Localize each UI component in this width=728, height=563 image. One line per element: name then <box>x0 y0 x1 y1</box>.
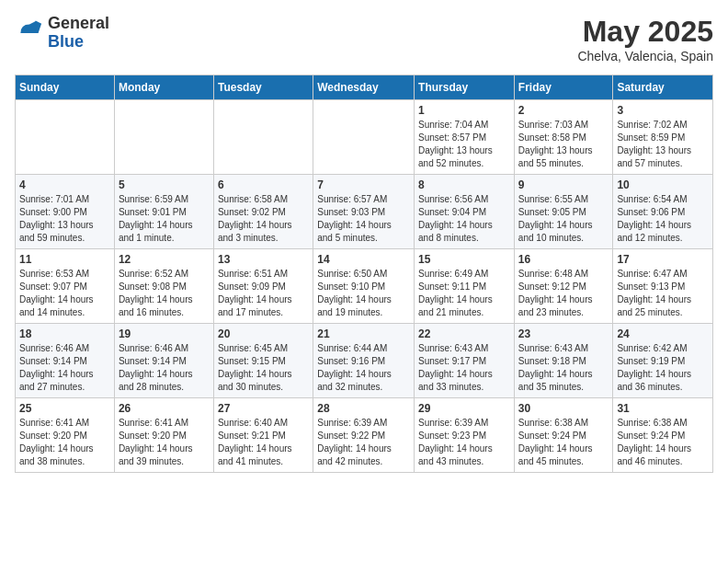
location: Chelva, Valencia, Spain <box>577 49 713 63</box>
calendar-cell: 13Sunrise: 6:51 AM Sunset: 9:09 PM Dayli… <box>213 249 313 324</box>
day-info: Sunrise: 6:39 AM Sunset: 9:22 PM Dayligh… <box>317 417 410 468</box>
day-number: 30 <box>518 402 609 415</box>
calendar-cell: 8Sunrise: 6:56 AM Sunset: 9:04 PM Daylig… <box>415 175 515 249</box>
day-info: Sunrise: 6:47 AM Sunset: 9:13 PM Dayligh… <box>617 268 709 319</box>
calendar-cell: 19Sunrise: 6:46 AM Sunset: 9:14 PM Dayli… <box>114 324 213 398</box>
day-number: 14 <box>317 253 410 266</box>
day-info: Sunrise: 6:48 AM Sunset: 9:12 PM Dayligh… <box>518 268 609 319</box>
day-number: 24 <box>617 327 709 340</box>
page-header: General Blue May 2025 Chelva, Valencia, … <box>15 15 713 63</box>
calendar-cell: 7Sunrise: 6:57 AM Sunset: 9:03 PM Daylig… <box>313 175 415 249</box>
day-number: 11 <box>19 253 110 266</box>
month-title: May 2025 <box>577 15 713 49</box>
day-info: Sunrise: 6:46 AM Sunset: 9:14 PM Dayligh… <box>119 342 210 394</box>
day-number: 12 <box>119 253 210 266</box>
day-number: 6 <box>218 178 309 191</box>
calendar-cell <box>16 100 115 175</box>
weekday-header-wednesday: Wednesday <box>313 75 415 100</box>
day-info: Sunrise: 7:03 AM Sunset: 8:58 PM Dayligh… <box>518 119 609 170</box>
day-info: Sunrise: 6:50 AM Sunset: 9:10 PM Dayligh… <box>317 268 410 319</box>
day-info: Sunrise: 6:40 AM Sunset: 9:21 PM Dayligh… <box>218 417 309 468</box>
day-number: 4 <box>19 178 110 191</box>
logo: General Blue <box>15 15 109 52</box>
day-number: 10 <box>617 178 709 191</box>
calendar-week-row: 25Sunrise: 6:41 AM Sunset: 9:20 PM Dayli… <box>16 398 713 473</box>
day-info: Sunrise: 6:55 AM Sunset: 9:05 PM Dayligh… <box>518 193 609 245</box>
title-block: May 2025 Chelva, Valencia, Spain <box>577 15 713 63</box>
calendar-cell <box>313 100 415 175</box>
day-number: 13 <box>218 253 309 266</box>
weekday-header-row: SundayMondayTuesdayWednesdayThursdayFrid… <box>16 75 713 100</box>
calendar-cell: 22Sunrise: 6:43 AM Sunset: 9:17 PM Dayli… <box>415 324 515 398</box>
calendar-cell: 1Sunrise: 7:04 AM Sunset: 8:57 PM Daylig… <box>415 100 515 175</box>
calendar-cell: 25Sunrise: 6:41 AM Sunset: 9:20 PM Dayli… <box>16 398 115 473</box>
day-number: 16 <box>518 253 609 266</box>
day-number: 3 <box>617 104 709 117</box>
day-number: 8 <box>418 178 510 191</box>
day-number: 26 <box>119 402 210 415</box>
day-info: Sunrise: 6:58 AM Sunset: 9:02 PM Dayligh… <box>218 193 309 245</box>
day-info: Sunrise: 6:59 AM Sunset: 9:01 PM Dayligh… <box>119 193 210 245</box>
day-info: Sunrise: 6:49 AM Sunset: 9:11 PM Dayligh… <box>418 268 510 319</box>
calendar-cell: 28Sunrise: 6:39 AM Sunset: 9:22 PM Dayli… <box>313 398 415 473</box>
logo-blue-text: Blue <box>48 33 109 52</box>
calendar-cell: 30Sunrise: 6:38 AM Sunset: 9:24 PM Dayli… <box>514 398 613 473</box>
day-info: Sunrise: 6:56 AM Sunset: 9:04 PM Dayligh… <box>418 193 510 245</box>
calendar-cell: 24Sunrise: 6:42 AM Sunset: 9:19 PM Dayli… <box>613 324 713 398</box>
calendar-cell: 11Sunrise: 6:53 AM Sunset: 9:07 PM Dayli… <box>16 249 115 324</box>
calendar-cell: 14Sunrise: 6:50 AM Sunset: 9:10 PM Dayli… <box>313 249 415 324</box>
calendar-cell: 16Sunrise: 6:48 AM Sunset: 9:12 PM Dayli… <box>514 249 613 324</box>
day-info: Sunrise: 6:45 AM Sunset: 9:15 PM Dayligh… <box>218 342 309 394</box>
day-number: 21 <box>317 327 410 340</box>
weekday-header-sunday: Sunday <box>16 75 115 100</box>
day-info: Sunrise: 6:53 AM Sunset: 9:07 PM Dayligh… <box>19 268 110 319</box>
day-number: 20 <box>218 327 309 340</box>
day-info: Sunrise: 6:38 AM Sunset: 9:24 PM Dayligh… <box>518 417 609 468</box>
day-number: 25 <box>19 402 110 415</box>
day-info: Sunrise: 6:46 AM Sunset: 9:14 PM Dayligh… <box>19 342 110 394</box>
calendar-cell <box>114 100 213 175</box>
day-info: Sunrise: 6:52 AM Sunset: 9:08 PM Dayligh… <box>119 268 210 319</box>
day-number: 31 <box>617 402 709 415</box>
day-number: 15 <box>418 253 510 266</box>
day-number: 22 <box>418 327 510 340</box>
calendar-cell: 10Sunrise: 6:54 AM Sunset: 9:06 PM Dayli… <box>613 175 713 249</box>
calendar-cell: 18Sunrise: 6:46 AM Sunset: 9:14 PM Dayli… <box>16 324 115 398</box>
calendar-cell: 27Sunrise: 6:40 AM Sunset: 9:21 PM Dayli… <box>213 398 313 473</box>
day-number: 18 <box>19 327 110 340</box>
calendar-cell: 9Sunrise: 6:55 AM Sunset: 9:05 PM Daylig… <box>514 175 613 249</box>
day-info: Sunrise: 6:51 AM Sunset: 9:09 PM Dayligh… <box>218 268 309 319</box>
calendar-cell: 3Sunrise: 7:02 AM Sunset: 8:59 PM Daylig… <box>613 100 713 175</box>
calendar-cell: 2Sunrise: 7:03 AM Sunset: 8:58 PM Daylig… <box>514 100 613 175</box>
day-info: Sunrise: 6:42 AM Sunset: 9:19 PM Dayligh… <box>617 342 709 394</box>
logo-icon <box>15 18 44 48</box>
weekday-header-thursday: Thursday <box>415 75 515 100</box>
calendar-cell: 4Sunrise: 7:01 AM Sunset: 9:00 PM Daylig… <box>16 175 115 249</box>
calendar-cell: 15Sunrise: 6:49 AM Sunset: 9:11 PM Dayli… <box>415 249 515 324</box>
day-number: 7 <box>317 178 410 191</box>
weekday-header-saturday: Saturday <box>613 75 713 100</box>
day-info: Sunrise: 7:01 AM Sunset: 9:00 PM Dayligh… <box>19 193 110 245</box>
weekday-header-tuesday: Tuesday <box>213 75 313 100</box>
day-info: Sunrise: 6:43 AM Sunset: 9:17 PM Dayligh… <box>418 342 510 394</box>
calendar-cell: 5Sunrise: 6:59 AM Sunset: 9:01 PM Daylig… <box>114 175 213 249</box>
day-info: Sunrise: 6:43 AM Sunset: 9:18 PM Dayligh… <box>518 342 609 394</box>
day-info: Sunrise: 6:41 AM Sunset: 9:20 PM Dayligh… <box>19 417 110 468</box>
day-number: 2 <box>518 104 609 117</box>
calendar-cell: 26Sunrise: 6:41 AM Sunset: 9:20 PM Dayli… <box>114 398 213 473</box>
day-number: 27 <box>218 402 309 415</box>
calendar-cell: 12Sunrise: 6:52 AM Sunset: 9:08 PM Dayli… <box>114 249 213 324</box>
logo-general-text: General <box>48 15 109 33</box>
day-info: Sunrise: 6:44 AM Sunset: 9:16 PM Dayligh… <box>317 342 410 394</box>
calendar-week-row: 18Sunrise: 6:46 AM Sunset: 9:14 PM Dayli… <box>16 324 713 398</box>
calendar-cell: 21Sunrise: 6:44 AM Sunset: 9:16 PM Dayli… <box>313 324 415 398</box>
day-info: Sunrise: 6:38 AM Sunset: 9:24 PM Dayligh… <box>617 417 709 468</box>
day-number: 9 <box>518 178 609 191</box>
calendar: SundayMondayTuesdayWednesdayThursdayFrid… <box>15 75 713 473</box>
calendar-cell: 29Sunrise: 6:39 AM Sunset: 9:23 PM Dayli… <box>415 398 515 473</box>
calendar-week-row: 11Sunrise: 6:53 AM Sunset: 9:07 PM Dayli… <box>16 249 713 324</box>
day-info: Sunrise: 7:04 AM Sunset: 8:57 PM Dayligh… <box>418 119 510 170</box>
calendar-week-row: 4Sunrise: 7:01 AM Sunset: 9:00 PM Daylig… <box>16 175 713 249</box>
day-info: Sunrise: 7:02 AM Sunset: 8:59 PM Dayligh… <box>617 119 709 170</box>
calendar-cell: 31Sunrise: 6:38 AM Sunset: 9:24 PM Dayli… <box>613 398 713 473</box>
